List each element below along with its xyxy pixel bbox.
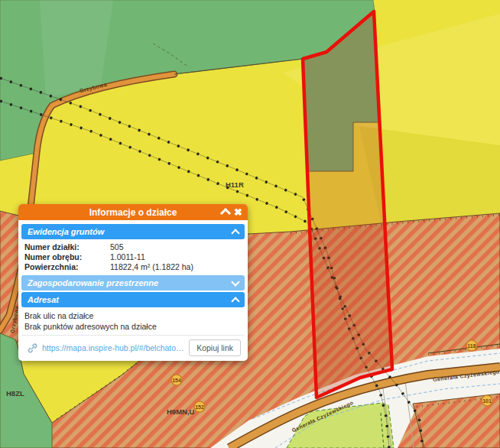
row-label: Powierzchnia: xyxy=(24,262,110,272)
adresat-content: Brak ulic na działce Brak punktów adreso… xyxy=(21,309,245,335)
row-value: 11822,4 m² (1.1822 ha) xyxy=(110,262,242,272)
row-label: Numer działki: xyxy=(24,242,110,252)
plot-number-101: 101 xyxy=(482,395,492,406)
close-icon[interactable]: ✖ xyxy=(234,204,242,220)
panel-title: Informacje o działce xyxy=(18,207,248,218)
section-zagospodarowanie[interactable]: Zagospodarowanie przestrzenne xyxy=(21,275,245,291)
ewidencja-rows: Numer działki: 505 Numer obrębu: 1.0011-… xyxy=(21,241,245,274)
zone-label-h11r: H11R xyxy=(226,180,244,189)
svg-text:118: 118 xyxy=(467,343,476,349)
svg-text:101: 101 xyxy=(482,398,492,404)
parcel-share-link[interactable]: https://mapa.inspire-hub.pl/#/belchatow/… xyxy=(42,343,184,352)
zone-label-h8zl: H8ZL xyxy=(6,389,24,398)
panel-body: Ewidencja gruntów Numer działki: 505 Num… xyxy=(18,220,248,361)
row-value: 1.0011-11 xyxy=(110,252,242,262)
adresat-line-addresses: Brak punktów adresowych na działce xyxy=(24,321,242,332)
zone-label-h9mnu: H9MN,U xyxy=(167,407,195,416)
row-value: 505 xyxy=(110,242,242,252)
section-zagospodarowanie-label: Zagospodarowanie przestrzenne xyxy=(28,278,158,287)
plot-number-152: 152 xyxy=(194,401,205,412)
row-numer-dzialki: Numer działki: 505 xyxy=(23,242,243,252)
panel-footer: https://mapa.inspire-hub.pl/#/belchatow/… xyxy=(21,335,245,361)
adresat-line-streets: Brak ulic na działce xyxy=(24,310,242,321)
copy-link-button[interactable]: Kopiuj link xyxy=(189,339,241,356)
row-label: Numer obrębu: xyxy=(24,252,110,262)
plot-number-118: 118 xyxy=(466,340,477,351)
row-powierzchnia: Powierzchnia: 11822,4 m² (1.1822 ha) xyxy=(23,262,243,272)
section-adresat-label: Adresat xyxy=(28,295,59,304)
chevron-up-icon xyxy=(231,229,239,237)
collapse-panel-chevron-icon[interactable] xyxy=(220,208,231,219)
plot-number-154: 154 xyxy=(171,375,182,385)
chevron-up-icon xyxy=(231,297,239,305)
section-ewidencja-gruntow[interactable]: Ewidencja gruntów xyxy=(21,224,245,239)
row-numer-obrebu: Numer obrębu: 1.0011-11 xyxy=(23,252,243,262)
section-adresat[interactable]: Adresat xyxy=(21,292,245,307)
section-ewidencja-label: Ewidencja gruntów xyxy=(28,227,104,236)
panel-header: Informacje o działce ✖ xyxy=(18,204,248,220)
map-app-screen: H11R H8ZL H9MN,U Grzybowa Grzybowa Gener… xyxy=(0,0,500,448)
svg-text:154: 154 xyxy=(172,378,181,383)
parcel-info-panel: Informacje o działce ✖ Ewidencja gruntów… xyxy=(18,204,248,361)
link-icon xyxy=(28,343,37,353)
chevron-down-icon xyxy=(231,278,239,286)
svg-text:152: 152 xyxy=(195,404,204,410)
